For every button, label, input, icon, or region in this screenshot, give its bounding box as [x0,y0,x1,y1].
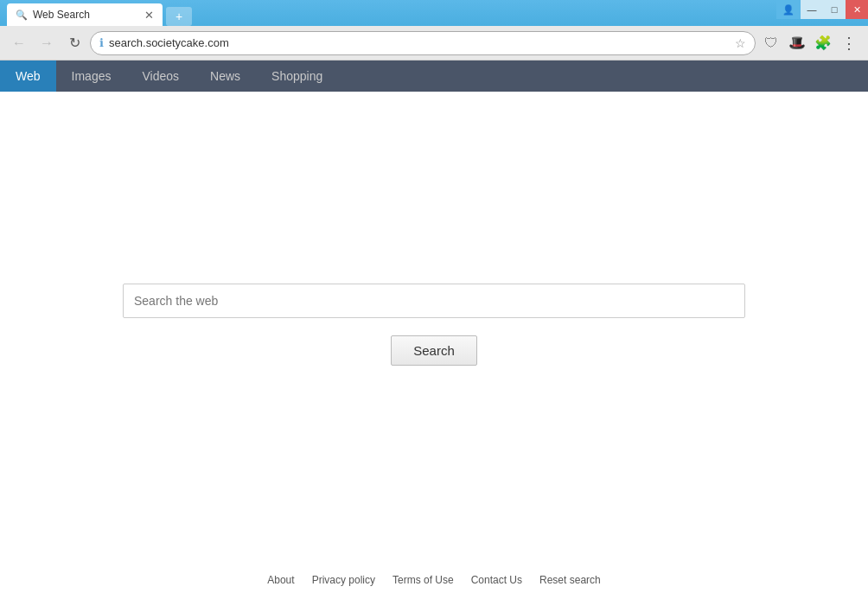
search-center-area: Search [0,92,868,557]
address-input[interactable] [109,36,730,49]
tab-web[interactable]: Web [0,61,56,92]
tab-favicon: 🔍 [16,10,28,21]
search-form-container: Search [123,284,745,366]
bookmark-icon[interactable]: ☆ [735,36,746,50]
contact-us-link[interactable]: Contact Us [471,574,522,586]
tab-close-button[interactable]: ✕ [144,9,154,22]
reload-button[interactable]: ↻ [62,31,86,55]
user-icon-btn[interactable]: 👤 [776,0,801,19]
window-controls: 👤 — □ ✕ [776,0,868,19]
browser-tab[interactable]: 🔍 Web Search ✕ [7,3,163,26]
reset-search-link[interactable]: Reset search [539,574,601,586]
browser-action-icons: 🛡 🎩 🧩 ⋮ [759,31,861,55]
shield-icon[interactable]: 🛡 [759,31,783,55]
tab-shopping[interactable]: Shopping [256,61,338,92]
puzzle-icon[interactable]: 🧩 [811,31,835,55]
extension-icon[interactable]: 🎩 [785,31,809,55]
back-button[interactable]: ← [7,31,31,55]
tab-videos[interactable]: Videos [126,61,195,92]
search-input[interactable] [123,284,745,318]
address-bar[interactable]: ℹ ☆ [90,31,756,55]
tab-images[interactable]: Images [56,61,127,92]
footer-links-area: About Privacy policy Terms of Use Contac… [0,557,868,612]
tab-news[interactable]: News [195,61,256,92]
forward-button[interactable]: → [35,31,59,55]
search-button[interactable]: Search [391,335,477,366]
close-button[interactable]: ✕ [846,0,868,19]
search-category-tabs: Web Images Videos News Shopping [0,61,868,92]
browser-window: 👤 — □ ✕ 🔍 Web Search ✕ + ← → ↻ ℹ [0,0,868,612]
title-bar: 👤 — □ ✕ 🔍 Web Search ✕ + [0,0,868,26]
tab-bar: 🔍 Web Search ✕ + [3,3,192,26]
main-content-area: Search About Privacy policy Terms of Use… [0,92,868,612]
about-link[interactable]: About [267,574,294,586]
privacy-policy-link[interactable]: Privacy policy [312,574,375,586]
terms-of-use-link[interactable]: Terms of Use [393,574,454,586]
secure-icon: ℹ [99,36,104,49]
minimize-button[interactable]: — [801,0,823,19]
tab-title: Web Search [33,9,90,21]
menu-button[interactable]: ⋮ [837,31,861,55]
new-tab-button[interactable]: + [166,7,192,26]
navigation-bar: ← → ↻ ℹ ☆ 🛡 🎩 🧩 ⋮ [0,26,868,61]
maximize-button[interactable]: □ [823,0,846,19]
